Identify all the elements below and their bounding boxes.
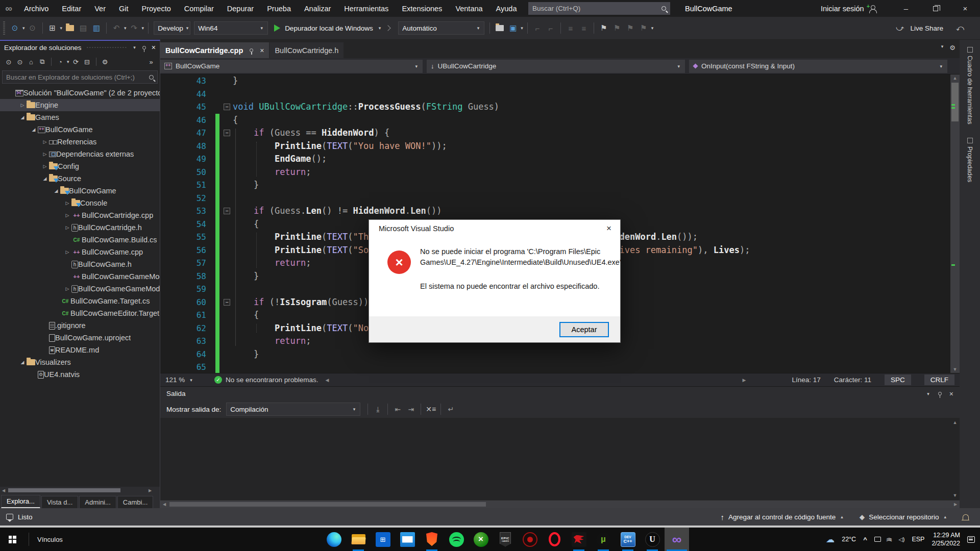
- close-button[interactable]: ×: [950, 0, 980, 17]
- scroll-right-icon[interactable]: ▶: [146, 488, 154, 493]
- breadcrumb-member-combo[interactable]: OnInput(const FString & Input) ▾: [689, 60, 947, 73]
- solution-configuration-combo[interactable]: Develop▾: [154, 21, 190, 35]
- output-scroll-up-icon[interactable]: ▲: [950, 420, 960, 425]
- vscroll-thumb[interactable]: [951, 83, 959, 121]
- tree-item-source[interactable]: ◢Source: [0, 172, 160, 185]
- output-close-icon[interactable]: ×: [949, 390, 953, 398]
- expander-icon[interactable]: ▷: [41, 152, 49, 157]
- sign-in-button[interactable]: Iniciar sesión +: [821, 0, 876, 17]
- wifi-icon[interactable]: (((: [887, 538, 893, 541]
- taskbar-clock[interactable]: 12:29 AM 2/25/2022: [932, 531, 960, 548]
- action-center-icon[interactable]: [967, 536, 975, 543]
- menu-proyecto[interactable]: Proyecto: [135, 0, 178, 17]
- tree-item-bullcowcartridge-h[interactable]: ▷BullCowCartridge.h: [0, 221, 160, 234]
- solution-platform-combo[interactable]: Win64▾: [194, 21, 268, 35]
- menu-editar[interactable]: Editar: [55, 0, 88, 17]
- tree-item-bullcowgameeditor-target-cs[interactable]: BullCowGameEditor.Target.cs: [0, 307, 160, 319]
- editor-settings-gear-icon[interactable]: ⚙: [949, 44, 955, 52]
- output-source-combo[interactable]: Compilación ▾: [226, 403, 360, 416]
- taskbar-brave[interactable]: [420, 528, 444, 551]
- code-line[interactable]: 43}: [160, 74, 950, 88]
- tree-item-dependencias-externas[interactable]: ▷Dependencias externas: [0, 148, 160, 160]
- weather-icon[interactable]: ☁: [826, 534, 835, 545]
- menu-extensiones[interactable]: Extensiones: [395, 0, 449, 17]
- tree-item-bullcowgame-h[interactable]: BullCowGame.h: [0, 258, 160, 270]
- save-all-icon[interactable]: ▥: [90, 22, 103, 34]
- feedback-icon[interactable]: ⤺: [954, 22, 966, 34]
- taskbar-microsoft-store[interactable]: [371, 528, 395, 551]
- tool-tab-vista-d[interactable]: Vista d...: [41, 496, 78, 508]
- taskbar-visual-studio[interactable]: [665, 528, 689, 551]
- hidden-icons-chevron-icon[interactable]: ^: [863, 536, 867, 543]
- tool-tab-explora[interactable]: Explora...: [1, 495, 40, 508]
- code-line[interactable]: 44: [160, 88, 950, 101]
- expander-icon[interactable]: ◢: [41, 176, 49, 181]
- line-indicator[interactable]: Línea: 17: [792, 376, 820, 384]
- scroll-left-icon[interactable]: ◀: [0, 488, 7, 493]
- expander-icon[interactable]: ▷: [63, 213, 71, 218]
- menu-compilar[interactable]: Compilar: [178, 0, 220, 17]
- new-project-icon[interactable]: ⊞: [46, 22, 59, 34]
- tree-item-console[interactable]: ▷Console: [0, 197, 160, 209]
- expander-icon[interactable]: ▷: [41, 139, 49, 144]
- filter-caret-icon[interactable]: ▾: [67, 59, 69, 64]
- select-repository-button[interactable]: ◆ Seleccionar repositorio ▴: [860, 513, 947, 521]
- tree-item-gitignore[interactable]: .gitignore: [0, 319, 160, 332]
- scroll-up-icon[interactable]: ▲: [950, 76, 960, 81]
- fold-marker[interactable]: −: [224, 130, 230, 136]
- taskbar-epic-games[interactable]: [493, 528, 518, 551]
- output-content[interactable]: ▲ ▼: [160, 418, 960, 500]
- close-panel-icon[interactable]: ×: [152, 43, 156, 52]
- tool-tab-admini[interactable]: Admini...: [79, 496, 116, 508]
- fold-marker[interactable]: −: [224, 208, 230, 214]
- expander-icon[interactable]: ▷: [18, 103, 27, 108]
- expander-icon[interactable]: ◢: [18, 115, 27, 120]
- properties-wrench-icon[interactable]: ⚙: [100, 56, 111, 67]
- taskbar-spotify[interactable]: [444, 528, 469, 551]
- tree-item-visualizers[interactable]: ◢Visualizers: [0, 356, 160, 368]
- panel-position-caret-icon[interactable]: ▾: [133, 45, 136, 50]
- accept-button[interactable]: Aceptar: [559, 322, 609, 337]
- sync-with-active-document-icon[interactable]: ⧉: [37, 56, 48, 67]
- feedback-bubble-icon[interactable]: [6, 514, 13, 520]
- expander-icon[interactable]: ▷: [63, 225, 71, 230]
- output-pin-icon[interactable]: [938, 392, 942, 395]
- restore-button[interactable]: [921, 0, 950, 17]
- tree-item-bullcowgame-build-cs[interactable]: BullCowGame.Build.cs: [0, 234, 160, 246]
- code-line[interactable]: 52: [160, 192, 950, 205]
- properties-vertical-tab[interactable]: Propiedades: [966, 138, 973, 182]
- output-panel-titlebar[interactable]: Salida ▾ ×: [160, 386, 960, 400]
- refresh-icon[interactable]: ⟳: [70, 56, 82, 67]
- taskbar-file-explorer[interactable]: [346, 528, 371, 551]
- code-line[interactable]: 45−void UBullCowCartridge::ProcessGuess(…: [160, 101, 950, 114]
- navigate-back-caret-icon[interactable]: ▾: [22, 26, 25, 31]
- quick-search-input[interactable]: Buscar (Ctrl+Q): [528, 2, 670, 15]
- live-share-button[interactable]: ⤻ Live Share ⤺: [893, 22, 980, 34]
- tree-item-bullcowgame[interactable]: ◢BullCowGame: [0, 185, 160, 197]
- code-line[interactable]: 49 EndGame();: [160, 153, 950, 166]
- expander-icon[interactable]: ▷: [41, 164, 49, 169]
- tree-item-solucion-bullcowgame-2-de-2-proyectos[interactable]: Solución "BullCowGame" (2 de 2 proyectos…: [0, 87, 160, 99]
- temperature-label[interactable]: 22°C: [842, 536, 856, 543]
- open-folder-icon[interactable]: [64, 22, 76, 34]
- home-icon[interactable]: ⌂: [26, 56, 37, 67]
- tree-item-ue4-natvis[interactable]: UE4.natvis: [0, 368, 160, 381]
- expander-icon[interactable]: ◢: [18, 360, 27, 365]
- taskbar-msi-center[interactable]: [567, 528, 591, 551]
- minimize-button[interactable]: –: [891, 0, 921, 17]
- line-ending-toggle[interactable]: CRLF: [924, 374, 954, 385]
- tree-item-bullcowgame[interactable]: ◢BullCowGame: [0, 123, 160, 136]
- toolbar-grip[interactable]: [3, 21, 5, 35]
- code-line[interactable]: 50 return;: [160, 166, 950, 179]
- word-wrap-icon[interactable]: ↵: [444, 403, 457, 415]
- more-options-icon[interactable]: »: [145, 56, 157, 67]
- editor-vscrollbar[interactable]: ▲ ▼: [950, 74, 960, 373]
- output-scroll-down-icon[interactable]: ▼: [950, 493, 960, 498]
- expander-icon[interactable]: ▷: [63, 201, 71, 206]
- solution-explorer-hscrollbar[interactable]: ◀ ▶: [0, 487, 160, 494]
- tablet-icon[interactable]: [874, 537, 881, 542]
- bottom-hscrollbar[interactable]: ◀ ▶: [160, 500, 960, 508]
- tab-pin-icon[interactable]: [250, 48, 253, 52]
- tree-item-referencias[interactable]: ▷Referencias: [0, 136, 160, 148]
- tree-item-engine[interactable]: ▷Engine: [0, 99, 160, 111]
